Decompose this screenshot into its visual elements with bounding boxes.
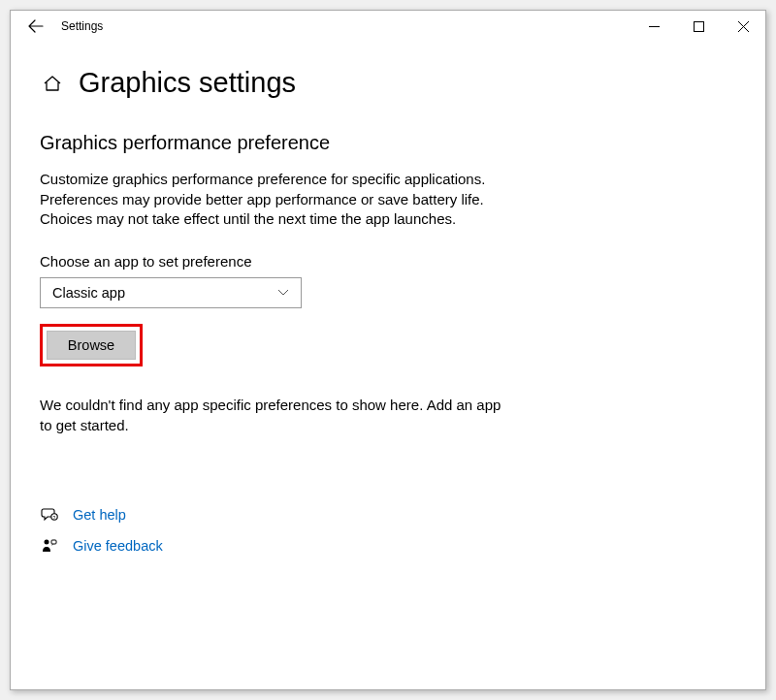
section-heading: Graphics performance preference (40, 132, 736, 154)
window-controls (631, 11, 765, 42)
page-title: Graphics settings (79, 67, 296, 99)
back-button[interactable] (18, 11, 53, 42)
give-feedback-label: Give feedback (73, 538, 163, 554)
svg-rect-7 (51, 540, 56, 544)
get-help-link[interactable]: ? Get help (40, 505, 736, 525)
home-button[interactable] (42, 73, 63, 94)
description-line-3: Choices may not take effect until the ne… (40, 209, 736, 230)
svg-point-6 (45, 540, 49, 545)
empty-state-message: We couldn't find any app specific prefer… (40, 396, 583, 435)
window-title: Settings (61, 19, 103, 33)
svg-text:?: ? (53, 515, 56, 521)
titlebar: Settings (11, 11, 765, 42)
minimize-icon (649, 21, 660, 32)
content-area: Graphics settings Graphics performance p… (11, 42, 765, 587)
empty-state-line-1: We couldn't find any app specific prefer… (40, 396, 583, 416)
minimize-button[interactable] (631, 11, 676, 42)
browse-button[interactable]: Browse (47, 331, 136, 360)
dropdown-selected-value: Classic app (52, 285, 125, 301)
help-links-section: ? Get help Give feedback (40, 505, 736, 556)
get-help-label: Get help (73, 507, 126, 523)
chevron-down-icon (277, 284, 289, 302)
description-line-2: Preferences may provide better app perfo… (40, 190, 736, 210)
maximize-icon (694, 21, 704, 32)
empty-state-line-2: to get started. (40, 416, 583, 436)
feedback-person-icon (40, 536, 59, 556)
give-feedback-link[interactable]: Give feedback (40, 536, 736, 556)
page-header: Graphics settings (40, 67, 736, 99)
choose-app-label: Choose an app to set preference (40, 253, 736, 270)
app-type-dropdown[interactable]: Classic app (40, 277, 302, 308)
maximize-button[interactable] (676, 11, 721, 42)
description-line-1: Customize graphics performance preferenc… (40, 170, 736, 190)
close-icon (738, 21, 749, 32)
home-icon (43, 74, 62, 93)
close-button[interactable] (721, 11, 765, 42)
highlight-annotation: Browse (40, 324, 143, 366)
settings-window: Settings (10, 10, 766, 690)
svg-rect-1 (694, 21, 703, 31)
help-chat-icon: ? (40, 505, 59, 525)
back-arrow-icon (28, 18, 44, 34)
